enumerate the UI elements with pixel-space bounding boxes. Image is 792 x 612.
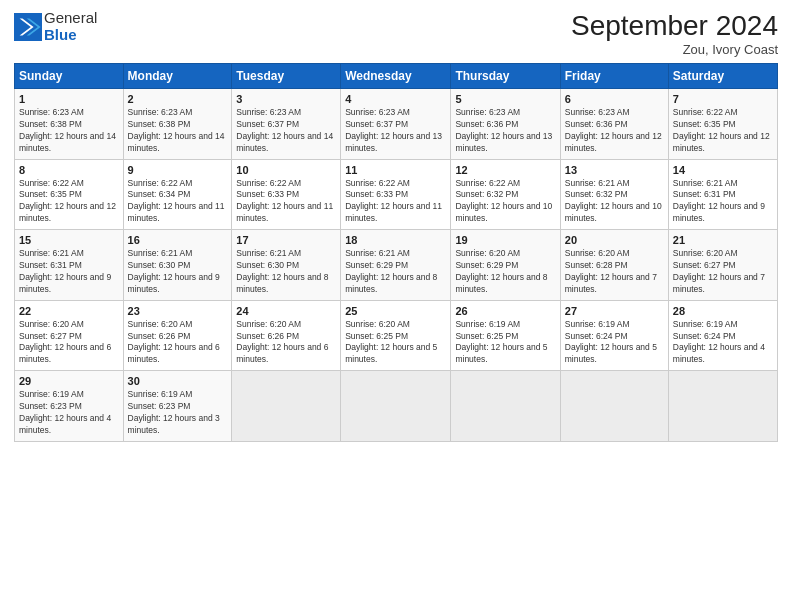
day-info: Sunrise: 6:22 AM Sunset: 6:33 PM Dayligh… xyxy=(236,178,336,226)
location: Zou, Ivory Coast xyxy=(571,42,778,57)
title-area: September 2024 Zou, Ivory Coast xyxy=(571,10,778,57)
table-row xyxy=(232,371,341,442)
table-row: 26 Sunrise: 6:19 AM Sunset: 6:25 PM Dayl… xyxy=(451,300,560,371)
table-row: 20 Sunrise: 6:20 AM Sunset: 6:28 PM Dayl… xyxy=(560,230,668,301)
table-row: 2 Sunrise: 6:23 AM Sunset: 6:38 PM Dayli… xyxy=(123,89,232,160)
calendar-week-5: 29 Sunrise: 6:19 AM Sunset: 6:23 PM Dayl… xyxy=(15,371,778,442)
day-number: 20 xyxy=(565,234,664,246)
table-row: 3 Sunrise: 6:23 AM Sunset: 6:37 PM Dayli… xyxy=(232,89,341,160)
day-info: Sunrise: 6:22 AM Sunset: 6:34 PM Dayligh… xyxy=(128,178,228,226)
day-info: Sunrise: 6:21 AM Sunset: 6:31 PM Dayligh… xyxy=(673,178,773,226)
table-row xyxy=(341,371,451,442)
day-number: 18 xyxy=(345,234,446,246)
day-info: Sunrise: 6:22 AM Sunset: 6:35 PM Dayligh… xyxy=(673,107,773,155)
day-number: 26 xyxy=(455,305,555,317)
day-info: Sunrise: 6:22 AM Sunset: 6:33 PM Dayligh… xyxy=(345,178,446,226)
table-row: 29 Sunrise: 6:19 AM Sunset: 6:23 PM Dayl… xyxy=(15,371,124,442)
col-tuesday: Tuesday xyxy=(232,64,341,89)
day-number: 27 xyxy=(565,305,664,317)
table-row: 9 Sunrise: 6:22 AM Sunset: 6:34 PM Dayli… xyxy=(123,159,232,230)
calendar-table: Sunday Monday Tuesday Wednesday Thursday… xyxy=(14,63,778,442)
table-row: 6 Sunrise: 6:23 AM Sunset: 6:36 PM Dayli… xyxy=(560,89,668,160)
table-row: 27 Sunrise: 6:19 AM Sunset: 6:24 PM Dayl… xyxy=(560,300,668,371)
day-info: Sunrise: 6:23 AM Sunset: 6:36 PM Dayligh… xyxy=(455,107,555,155)
day-info: Sunrise: 6:20 AM Sunset: 6:28 PM Dayligh… xyxy=(565,248,664,296)
page: General Blue September 2024 Zou, Ivory C… xyxy=(0,0,792,612)
col-monday: Monday xyxy=(123,64,232,89)
day-number: 23 xyxy=(128,305,228,317)
day-info: Sunrise: 6:21 AM Sunset: 6:31 PM Dayligh… xyxy=(19,248,119,296)
table-row xyxy=(668,371,777,442)
calendar-week-2: 8 Sunrise: 6:22 AM Sunset: 6:35 PM Dayli… xyxy=(15,159,778,230)
day-info: Sunrise: 6:22 AM Sunset: 6:32 PM Dayligh… xyxy=(455,178,555,226)
table-row: 7 Sunrise: 6:22 AM Sunset: 6:35 PM Dayli… xyxy=(668,89,777,160)
day-info: Sunrise: 6:20 AM Sunset: 6:29 PM Dayligh… xyxy=(455,248,555,296)
day-number: 10 xyxy=(236,164,336,176)
logo-blue: Blue xyxy=(44,27,97,44)
day-number: 1 xyxy=(19,93,119,105)
col-saturday: Saturday xyxy=(668,64,777,89)
table-row: 17 Sunrise: 6:21 AM Sunset: 6:30 PM Dayl… xyxy=(232,230,341,301)
table-row: 23 Sunrise: 6:20 AM Sunset: 6:26 PM Dayl… xyxy=(123,300,232,371)
table-row: 8 Sunrise: 6:22 AM Sunset: 6:35 PM Dayli… xyxy=(15,159,124,230)
table-row: 15 Sunrise: 6:21 AM Sunset: 6:31 PM Dayl… xyxy=(15,230,124,301)
day-info: Sunrise: 6:23 AM Sunset: 6:37 PM Dayligh… xyxy=(236,107,336,155)
day-number: 9 xyxy=(128,164,228,176)
calendar-week-4: 22 Sunrise: 6:20 AM Sunset: 6:27 PM Dayl… xyxy=(15,300,778,371)
day-number: 13 xyxy=(565,164,664,176)
day-info: Sunrise: 6:21 AM Sunset: 6:30 PM Dayligh… xyxy=(236,248,336,296)
table-row: 4 Sunrise: 6:23 AM Sunset: 6:37 PM Dayli… xyxy=(341,89,451,160)
table-row: 10 Sunrise: 6:22 AM Sunset: 6:33 PM Dayl… xyxy=(232,159,341,230)
logo-icon xyxy=(14,13,42,41)
day-number: 29 xyxy=(19,375,119,387)
logo-general: General xyxy=(44,10,97,27)
table-row: 19 Sunrise: 6:20 AM Sunset: 6:29 PM Dayl… xyxy=(451,230,560,301)
day-info: Sunrise: 6:20 AM Sunset: 6:27 PM Dayligh… xyxy=(19,319,119,367)
day-number: 24 xyxy=(236,305,336,317)
calendar-week-3: 15 Sunrise: 6:21 AM Sunset: 6:31 PM Dayl… xyxy=(15,230,778,301)
day-number: 6 xyxy=(565,93,664,105)
day-number: 14 xyxy=(673,164,773,176)
day-number: 3 xyxy=(236,93,336,105)
day-info: Sunrise: 6:19 AM Sunset: 6:23 PM Dayligh… xyxy=(19,389,119,437)
day-number: 8 xyxy=(19,164,119,176)
day-info: Sunrise: 6:20 AM Sunset: 6:25 PM Dayligh… xyxy=(345,319,446,367)
day-number: 11 xyxy=(345,164,446,176)
day-number: 25 xyxy=(345,305,446,317)
day-info: Sunrise: 6:19 AM Sunset: 6:23 PM Dayligh… xyxy=(128,389,228,437)
col-wednesday: Wednesday xyxy=(341,64,451,89)
table-row: 21 Sunrise: 6:20 AM Sunset: 6:27 PM Dayl… xyxy=(668,230,777,301)
table-row: 25 Sunrise: 6:20 AM Sunset: 6:25 PM Dayl… xyxy=(341,300,451,371)
day-info: Sunrise: 6:23 AM Sunset: 6:38 PM Dayligh… xyxy=(19,107,119,155)
col-thursday: Thursday xyxy=(451,64,560,89)
table-row: 14 Sunrise: 6:21 AM Sunset: 6:31 PM Dayl… xyxy=(668,159,777,230)
logo: General Blue xyxy=(14,10,97,43)
logo-text: General Blue xyxy=(44,10,97,43)
day-info: Sunrise: 6:23 AM Sunset: 6:38 PM Dayligh… xyxy=(128,107,228,155)
table-row: 1 Sunrise: 6:23 AM Sunset: 6:38 PM Dayli… xyxy=(15,89,124,160)
day-info: Sunrise: 6:23 AM Sunset: 6:37 PM Dayligh… xyxy=(345,107,446,155)
day-info: Sunrise: 6:22 AM Sunset: 6:35 PM Dayligh… xyxy=(19,178,119,226)
day-number: 2 xyxy=(128,93,228,105)
table-row: 16 Sunrise: 6:21 AM Sunset: 6:30 PM Dayl… xyxy=(123,230,232,301)
calendar-week-1: 1 Sunrise: 6:23 AM Sunset: 6:38 PM Dayli… xyxy=(15,89,778,160)
day-number: 28 xyxy=(673,305,773,317)
day-number: 30 xyxy=(128,375,228,387)
table-row: 28 Sunrise: 6:19 AM Sunset: 6:24 PM Dayl… xyxy=(668,300,777,371)
day-number: 16 xyxy=(128,234,228,246)
day-info: Sunrise: 6:19 AM Sunset: 6:24 PM Dayligh… xyxy=(565,319,664,367)
day-info: Sunrise: 6:20 AM Sunset: 6:26 PM Dayligh… xyxy=(236,319,336,367)
day-number: 4 xyxy=(345,93,446,105)
table-row: 30 Sunrise: 6:19 AM Sunset: 6:23 PM Dayl… xyxy=(123,371,232,442)
table-row: 12 Sunrise: 6:22 AM Sunset: 6:32 PM Dayl… xyxy=(451,159,560,230)
day-info: Sunrise: 6:20 AM Sunset: 6:26 PM Dayligh… xyxy=(128,319,228,367)
table-row: 11 Sunrise: 6:22 AM Sunset: 6:33 PM Dayl… xyxy=(341,159,451,230)
day-info: Sunrise: 6:21 AM Sunset: 6:30 PM Dayligh… xyxy=(128,248,228,296)
table-row: 22 Sunrise: 6:20 AM Sunset: 6:27 PM Dayl… xyxy=(15,300,124,371)
day-number: 19 xyxy=(455,234,555,246)
day-info: Sunrise: 6:21 AM Sunset: 6:32 PM Dayligh… xyxy=(565,178,664,226)
header-row: Sunday Monday Tuesday Wednesday Thursday… xyxy=(15,64,778,89)
day-info: Sunrise: 6:21 AM Sunset: 6:29 PM Dayligh… xyxy=(345,248,446,296)
col-sunday: Sunday xyxy=(15,64,124,89)
table-row: 5 Sunrise: 6:23 AM Sunset: 6:36 PM Dayli… xyxy=(451,89,560,160)
